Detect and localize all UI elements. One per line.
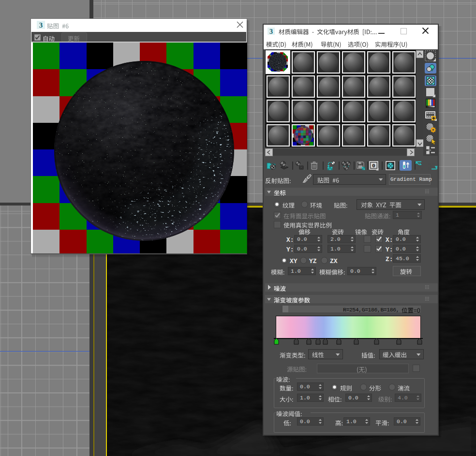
svg-text:3: 3 [269, 28, 273, 35]
svg-text:0: 0 [372, 162, 375, 169]
svg-text:3: 3 [39, 21, 43, 29]
